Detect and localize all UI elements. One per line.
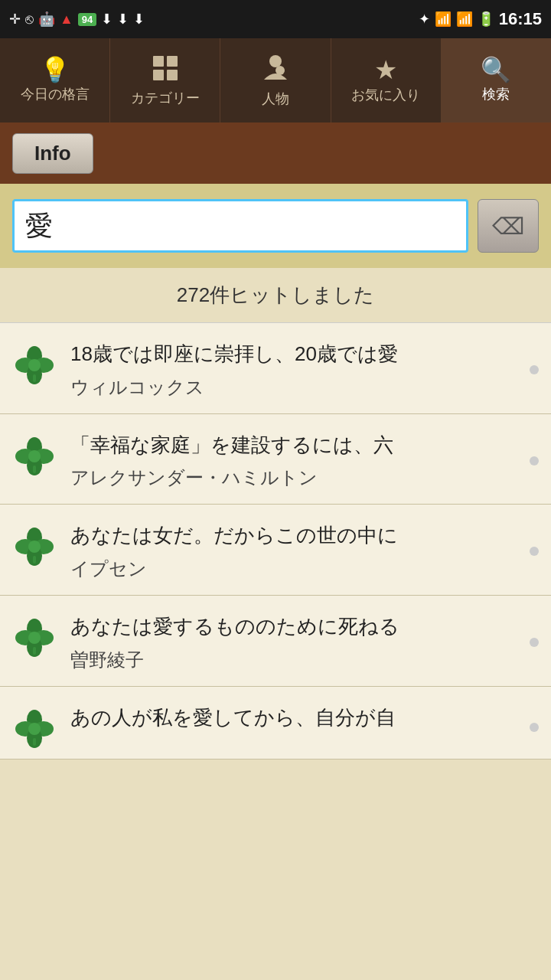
scroll-dot xyxy=(530,723,539,732)
battery-badge: 94 xyxy=(78,13,96,26)
warning-icon: ▲ xyxy=(60,12,73,26)
tab-search[interactable]: 🔍 検索 xyxy=(442,38,551,122)
tab-search-label: 検索 xyxy=(482,85,510,103)
svg-point-6 xyxy=(276,66,285,75)
svg-rect-24 xyxy=(33,556,36,564)
usb-icon: ⎋ xyxy=(25,12,34,26)
tab-person[interactable]: 人物 xyxy=(220,38,331,122)
search-section: ⌫ xyxy=(0,184,551,268)
result-quote: あなたは愛するもののために死ねる xyxy=(70,612,511,642)
clover-icon xyxy=(12,343,57,387)
results-count-text: 272件ヒットしました xyxy=(177,283,374,306)
star-icon: ★ xyxy=(374,57,397,83)
result-text-block: あなたは女だ。だからこの世の中に イプセン xyxy=(70,521,511,581)
wifi-icon: 📶 xyxy=(435,12,452,26)
clover-icon xyxy=(12,434,57,479)
download-icon3: ⬇ xyxy=(133,12,145,26)
status-bar: ✛ ⎋ 🤖 ▲ 94 ⬇ ⬇ ⬇ ✦ 📶 📶 🔋 16:15 xyxy=(0,0,551,38)
result-quote: 18歳では即座に崇拝し、20歳では愛 xyxy=(70,340,511,369)
category-icon xyxy=(152,54,179,86)
svg-rect-2 xyxy=(153,70,164,80)
download-icon1: ⬇ xyxy=(101,12,112,26)
result-text-block: あの人が私を愛してから、自分が自 xyxy=(70,704,511,739)
nav-tabs: 💡 今日の格言 カテゴリー 人物 ★ お気に入り 🔍 xyxy=(0,38,551,122)
svg-rect-30 xyxy=(33,647,36,655)
result-text-block: 18歳では即座に崇拝し、20歳では愛 ウィルコックス xyxy=(70,340,511,400)
clear-button[interactable]: ⌫ xyxy=(478,199,539,253)
result-quote: 「幸福な家庭」を建設するには、六 xyxy=(70,431,511,460)
tab-favorites-label: お気に入り xyxy=(351,86,420,104)
signal-icon: 📶 xyxy=(456,12,473,26)
tab-category[interactable]: カテゴリー xyxy=(110,38,220,122)
search-input[interactable] xyxy=(12,199,468,253)
battery-icon: 🔋 xyxy=(478,11,494,28)
svg-rect-18 xyxy=(33,466,36,473)
android-icon: 🤖 xyxy=(38,12,55,26)
list-item[interactable]: 18歳では即座に崇拝し、20歳では愛 ウィルコックス xyxy=(0,323,551,414)
svg-rect-36 xyxy=(33,738,36,746)
results-list: 18歳では即座に崇拝し、20歳では愛 ウィルコックス 「幸福な家庭」を建設するに… xyxy=(0,323,551,760)
person-icon xyxy=(261,54,290,87)
list-item[interactable]: あなたは愛するもののために死ねる 曽野綾子 xyxy=(0,596,551,687)
info-button[interactable]: Info xyxy=(12,133,93,174)
clover-icon xyxy=(12,707,57,751)
result-author: アレクサンダー・ハミルトン xyxy=(70,466,511,490)
tab-today[interactable]: 💡 今日の格言 xyxy=(0,38,110,122)
svg-point-29 xyxy=(28,632,41,644)
svg-point-17 xyxy=(28,450,41,462)
status-icons-right: ✦ 📶 📶 🔋 16:15 xyxy=(419,9,542,29)
backspace-icon: ⌫ xyxy=(492,213,524,240)
list-item[interactable]: 「幸福な家庭」を建設するには、六 アレクサンダー・ハミルトン xyxy=(0,414,551,505)
bulb-icon: 💡 xyxy=(40,57,70,82)
download-icon2: ⬇ xyxy=(117,12,129,26)
result-author: 曽野綾子 xyxy=(70,648,511,672)
result-author: イプセン xyxy=(70,557,511,581)
svg-point-4 xyxy=(269,55,282,67)
svg-rect-3 xyxy=(167,70,178,80)
results-count: 272件ヒットしました xyxy=(0,268,551,323)
svg-rect-0 xyxy=(153,56,164,67)
result-quote: あなたは女だ。だからこの世の中に xyxy=(70,521,511,550)
search-icon: 🔍 xyxy=(481,57,511,82)
tab-category-label: カテゴリー xyxy=(131,89,200,107)
svg-rect-1 xyxy=(167,56,178,67)
clover-icon xyxy=(12,616,57,660)
tab-favorites[interactable]: ★ お気に入り xyxy=(331,38,442,122)
result-text-block: 「幸福な家庭」を建設するには、六 アレクサンダー・ハミルトン xyxy=(70,431,511,491)
scroll-dot xyxy=(530,365,539,374)
list-item[interactable]: あなたは女だ。だからこの世の中に イプセン xyxy=(0,505,551,596)
svg-point-23 xyxy=(28,541,41,553)
plus-icon: ✛ xyxy=(9,12,21,26)
tab-today-label: 今日の格言 xyxy=(21,85,90,103)
result-text-block: あなたは愛するもののために死ねる 曽野綾子 xyxy=(70,612,511,672)
tab-person-label: 人物 xyxy=(262,90,289,108)
svg-rect-12 xyxy=(33,374,36,382)
clover-icon xyxy=(12,524,57,569)
svg-point-11 xyxy=(28,359,41,371)
info-section: Info xyxy=(0,122,551,184)
bluetooth-icon: ✦ xyxy=(419,12,430,26)
status-time: 16:15 xyxy=(499,9,542,29)
scroll-dot xyxy=(530,456,539,466)
status-icons-left: ✛ ⎋ 🤖 ▲ 94 ⬇ ⬇ ⬇ xyxy=(9,12,145,26)
scroll-dot xyxy=(530,638,539,647)
list-item[interactable]: あの人が私を愛してから、自分が自 xyxy=(0,687,551,760)
scroll-dot xyxy=(530,547,539,556)
result-quote: あの人が私を愛してから、自分が自 xyxy=(70,704,511,733)
svg-point-35 xyxy=(28,723,41,735)
result-author: ウィルコックス xyxy=(70,375,511,400)
